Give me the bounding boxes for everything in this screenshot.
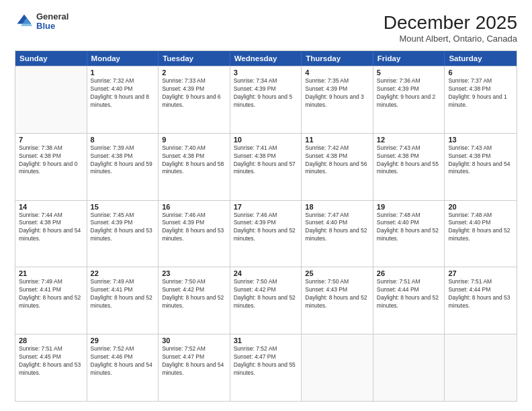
calendar-cell-2: 2Sunrise: 7:33 AM Sunset: 4:39 PM Daylig… — [159, 66, 230, 133]
day-detail: Sunrise: 7:44 AM Sunset: 4:38 PM Dayligh… — [19, 212, 83, 244]
day-detail: Sunrise: 7:41 AM Sunset: 4:38 PM Dayligh… — [234, 144, 298, 177]
day-number: 23 — [162, 269, 226, 277]
calendar-header-sunday: Sunday — [15, 51, 87, 66]
day-number: 28 — [19, 336, 83, 345]
calendar-cell-12: 12Sunrise: 7:43 AM Sunset: 4:38 PM Dayli… — [373, 134, 445, 200]
calendar-cell-10: 10Sunrise: 7:41 AM Sunset: 4:38 PM Dayli… — [230, 134, 302, 200]
calendar-cell-20: 20Sunrise: 7:48 AM Sunset: 4:40 PM Dayli… — [445, 201, 517, 267]
day-number: 3 — [234, 68, 298, 77]
title-block: December 2025 Mount Albert, Ontario, Can… — [384, 12, 517, 44]
day-number: 15 — [91, 203, 155, 211]
calendar-cell-27: 27Sunrise: 7:51 AM Sunset: 4:44 PM Dayli… — [445, 267, 517, 334]
day-detail: Sunrise: 7:52 AM Sunset: 4:46 PM Dayligh… — [91, 345, 155, 377]
day-number: 27 — [448, 269, 513, 277]
calendar-cell-1: 1Sunrise: 7:32 AM Sunset: 4:40 PM Daylig… — [87, 66, 159, 133]
day-number: 26 — [377, 269, 441, 277]
calendar-cell-24: 24Sunrise: 7:50 AM Sunset: 4:42 PM Dayli… — [230, 267, 302, 334]
day-detail: Sunrise: 7:46 AM Sunset: 4:39 PM Dayligh… — [162, 212, 226, 244]
day-detail: Sunrise: 7:33 AM Sunset: 4:39 PM Dayligh… — [162, 77, 226, 109]
calendar-cell-empty-4-4 — [302, 334, 373, 401]
day-number: 17 — [234, 203, 298, 211]
day-number: 1 — [91, 68, 155, 77]
day-detail: Sunrise: 7:46 AM Sunset: 4:39 PM Dayligh… — [234, 212, 298, 244]
logo-general: General — [36, 12, 69, 21]
calendar-cell-17: 17Sunrise: 7:46 AM Sunset: 4:39 PM Dayli… — [230, 201, 302, 267]
calendar-cell-empty-4-5 — [373, 334, 445, 401]
day-detail: Sunrise: 7:47 AM Sunset: 4:40 PM Dayligh… — [305, 212, 369, 244]
day-number: 9 — [162, 136, 226, 144]
day-detail: Sunrise: 7:36 AM Sunset: 4:39 PM Dayligh… — [377, 77, 441, 109]
calendar-cell-26: 26Sunrise: 7:51 AM Sunset: 4:44 PM Dayli… — [373, 267, 445, 334]
day-number: 21 — [19, 269, 83, 277]
calendar-cell-4: 4Sunrise: 7:35 AM Sunset: 4:39 PM Daylig… — [302, 66, 373, 133]
calendar-cell-25: 25Sunrise: 7:50 AM Sunset: 4:43 PM Dayli… — [302, 267, 373, 334]
day-number: 12 — [377, 136, 441, 144]
day-detail: Sunrise: 7:37 AM Sunset: 4:38 PM Dayligh… — [448, 77, 513, 109]
calendar-cell-empty-0-0 — [15, 66, 87, 133]
day-detail: Sunrise: 7:43 AM Sunset: 4:38 PM Dayligh… — [448, 144, 513, 177]
day-detail: Sunrise: 7:48 AM Sunset: 4:40 PM Dayligh… — [377, 212, 441, 244]
day-number: 6 — [448, 68, 513, 77]
calendar-cell-19: 19Sunrise: 7:48 AM Sunset: 4:40 PM Dayli… — [373, 201, 445, 267]
day-detail: Sunrise: 7:48 AM Sunset: 4:40 PM Dayligh… — [448, 212, 513, 244]
calendar-cell-16: 16Sunrise: 7:46 AM Sunset: 4:39 PM Dayli… — [159, 201, 230, 267]
subtitle: Mount Albert, Ontario, Canada — [384, 34, 517, 44]
day-number: 10 — [234, 136, 298, 144]
day-detail: Sunrise: 7:42 AM Sunset: 4:38 PM Dayligh… — [305, 144, 369, 177]
day-number: 13 — [448, 136, 513, 144]
logo: General Blue — [15, 12, 69, 32]
logo-icon — [15, 12, 34, 31]
main-title: December 2025 — [384, 12, 517, 34]
calendar-cell-23: 23Sunrise: 7:50 AM Sunset: 4:42 PM Dayli… — [159, 267, 230, 334]
calendar-cell-5: 5Sunrise: 7:36 AM Sunset: 4:39 PM Daylig… — [373, 66, 445, 133]
day-number: 30 — [162, 336, 226, 345]
day-detail: Sunrise: 7:39 AM Sunset: 4:38 PM Dayligh… — [91, 144, 155, 177]
calendar-cell-11: 11Sunrise: 7:42 AM Sunset: 4:38 PM Dayli… — [302, 134, 373, 200]
day-detail: Sunrise: 7:51 AM Sunset: 4:44 PM Dayligh… — [377, 278, 441, 310]
day-number: 25 — [305, 269, 369, 277]
day-detail: Sunrise: 7:40 AM Sunset: 4:38 PM Dayligh… — [162, 144, 226, 177]
page: General Blue December 2025 Mount Albert,… — [0, 0, 532, 411]
calendar-cell-7: 7Sunrise: 7:38 AM Sunset: 4:38 PM Daylig… — [15, 134, 87, 200]
calendar-cell-6: 6Sunrise: 7:37 AM Sunset: 4:38 PM Daylig… — [445, 66, 517, 133]
logo-text: General Blue — [36, 12, 69, 32]
calendar-cell-22: 22Sunrise: 7:49 AM Sunset: 4:41 PM Dayli… — [87, 267, 159, 334]
day-number: 22 — [91, 269, 155, 277]
header: General Blue December 2025 Mount Albert,… — [15, 12, 517, 44]
day-number: 19 — [377, 203, 441, 211]
calendar-cell-30: 30Sunrise: 7:52 AM Sunset: 4:47 PM Dayli… — [159, 334, 230, 401]
calendar-header-friday: Friday — [373, 51, 445, 66]
calendar: SundayMondayTuesdayWednesdayThursdayFrid… — [15, 50, 517, 402]
logo-blue: Blue — [36, 21, 69, 31]
day-number: 8 — [91, 136, 155, 144]
day-number: 16 — [162, 203, 226, 211]
day-detail: Sunrise: 7:49 AM Sunset: 4:41 PM Dayligh… — [91, 278, 155, 310]
day-detail: Sunrise: 7:50 AM Sunset: 4:43 PM Dayligh… — [305, 278, 369, 310]
day-number: 29 — [91, 336, 155, 345]
calendar-header-row: SundayMondayTuesdayWednesdayThursdayFrid… — [15, 51, 517, 66]
calendar-body: 1Sunrise: 7:32 AM Sunset: 4:40 PM Daylig… — [15, 66, 517, 401]
day-detail: Sunrise: 7:35 AM Sunset: 4:39 PM Dayligh… — [305, 77, 369, 109]
day-number: 20 — [448, 203, 513, 211]
day-detail: Sunrise: 7:32 AM Sunset: 4:40 PM Dayligh… — [91, 77, 155, 109]
day-number: 11 — [305, 136, 369, 144]
calendar-header-thursday: Thursday — [302, 51, 373, 66]
day-detail: Sunrise: 7:34 AM Sunset: 4:39 PM Dayligh… — [234, 77, 298, 109]
day-detail: Sunrise: 7:43 AM Sunset: 4:38 PM Dayligh… — [377, 144, 441, 177]
calendar-row-4: 21Sunrise: 7:49 AM Sunset: 4:41 PM Dayli… — [15, 267, 517, 334]
day-number: 2 — [162, 68, 226, 77]
calendar-header-tuesday: Tuesday — [159, 51, 230, 66]
calendar-cell-21: 21Sunrise: 7:49 AM Sunset: 4:41 PM Dayli… — [15, 267, 87, 334]
day-number: 31 — [234, 336, 298, 345]
day-detail: Sunrise: 7:50 AM Sunset: 4:42 PM Dayligh… — [234, 278, 298, 310]
calendar-header-monday: Monday — [87, 51, 159, 66]
day-detail: Sunrise: 7:51 AM Sunset: 4:44 PM Dayligh… — [448, 278, 513, 310]
calendar-cell-14: 14Sunrise: 7:44 AM Sunset: 4:38 PM Dayli… — [15, 201, 87, 267]
calendar-cell-empty-4-6 — [445, 334, 517, 401]
day-detail: Sunrise: 7:50 AM Sunset: 4:42 PM Dayligh… — [162, 278, 226, 310]
day-number: 5 — [377, 68, 441, 77]
calendar-cell-28: 28Sunrise: 7:51 AM Sunset: 4:45 PM Dayli… — [15, 334, 87, 401]
calendar-cell-15: 15Sunrise: 7:45 AM Sunset: 4:39 PM Dayli… — [87, 201, 159, 267]
day-detail: Sunrise: 7:52 AM Sunset: 4:47 PM Dayligh… — [162, 345, 226, 377]
calendar-cell-29: 29Sunrise: 7:52 AM Sunset: 4:46 PM Dayli… — [87, 334, 159, 401]
